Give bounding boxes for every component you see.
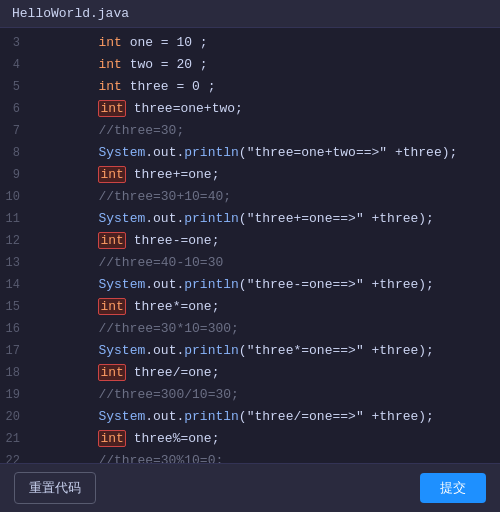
line-content: int one = 10 ; [36,32,208,54]
line-number: 6 [0,98,36,120]
code-line: 12 int three-=one; [0,230,500,252]
code-line: 10 //three=30+10=40; [0,186,500,208]
code-line: 6 int three=one+two; [0,98,500,120]
int-keyword: int [98,100,125,117]
int-keyword: int [98,166,125,183]
code-line: 4 int two = 20 ; [0,54,500,76]
line-number: 12 [0,230,36,252]
code-line: 19 //three=300/10=30; [0,384,500,406]
int-keyword: int [98,232,125,249]
line-content: int three = 0 ; [36,76,215,98]
int-keyword: int [98,298,125,315]
line-content: int three%=one; [36,428,219,450]
title-bar: HelloWorld.java [0,0,500,28]
code-line: 16 //three=30*10=300; [0,318,500,340]
line-content: System.out.println("three+=one==>" +thre… [36,208,434,230]
line-number: 14 [0,274,36,296]
code-line: 7 //three=30; [0,120,500,142]
code-line: 21 int three%=one; [0,428,500,450]
line-content: //three=40-10=30 [36,252,223,274]
main-window: HelloWorld.java 3 int one = 10 ;4 int tw… [0,0,500,512]
line-number: 22 [0,450,36,463]
code-line: 13 //three=40-10=30 [0,252,500,274]
line-number: 20 [0,406,36,428]
submit-button[interactable]: 提交 [420,473,486,503]
line-number: 21 [0,428,36,450]
file-title: HelloWorld.java [12,6,129,21]
line-number: 15 [0,296,36,318]
int-keyword: int [98,364,125,381]
line-content: //three=30*10=300; [36,318,239,340]
line-number: 8 [0,142,36,164]
line-number: 7 [0,120,36,142]
line-number: 9 [0,164,36,186]
line-number: 16 [0,318,36,340]
line-content: System.out.println("three=one+two==>" +t… [36,142,457,164]
code-line: 9 int three+=one; [0,164,500,186]
code-line: 11 System.out.println("three+=one==>" +t… [0,208,500,230]
line-content: int two = 20 ; [36,54,208,76]
line-content: //three=30%10=0; [36,450,223,463]
line-content: System.out.println("three*=one==>" +thre… [36,340,434,362]
line-content: //three=300/10=30; [36,384,239,406]
int-keyword: int [98,430,125,447]
line-number: 19 [0,384,36,406]
line-content: System.out.println("three-=one==>" +thre… [36,274,434,296]
code-line: 15 int three*=one; [0,296,500,318]
code-line: 17 System.out.println("three*=one==>" +t… [0,340,500,362]
line-content: int three*=one; [36,296,219,318]
code-line: 22 //three=30%10=0; [0,450,500,463]
code-line: 20 System.out.println("three/=one==>" +t… [0,406,500,428]
line-number: 4 [0,54,36,76]
line-number: 11 [0,208,36,230]
line-number: 17 [0,340,36,362]
line-content: //three=30; [36,120,184,142]
code-line: 5 int three = 0 ; [0,76,500,98]
bottom-bar: 重置代码 提交 [0,463,500,512]
line-content: System.out.println("three/=one==>" +thre… [36,406,434,428]
line-content: int three-=one; [36,230,219,252]
code-area: 3 int one = 10 ;4 int two = 20 ;5 int th… [0,28,500,463]
line-number: 13 [0,252,36,274]
line-number: 3 [0,32,36,54]
line-content: int three=one+two; [36,98,243,120]
code-line: 18 int three/=one; [0,362,500,384]
code-line: 8 System.out.println("three=one+two==>" … [0,142,500,164]
line-content: int three/=one; [36,362,219,384]
line-number: 18 [0,362,36,384]
code-line: 14 System.out.println("three-=one==>" +t… [0,274,500,296]
code-line: 3 int one = 10 ; [0,32,500,54]
line-content: int three+=one; [36,164,219,186]
line-number: 5 [0,76,36,98]
line-number: 10 [0,186,36,208]
line-content: //three=30+10=40; [36,186,231,208]
reset-button[interactable]: 重置代码 [14,472,96,504]
